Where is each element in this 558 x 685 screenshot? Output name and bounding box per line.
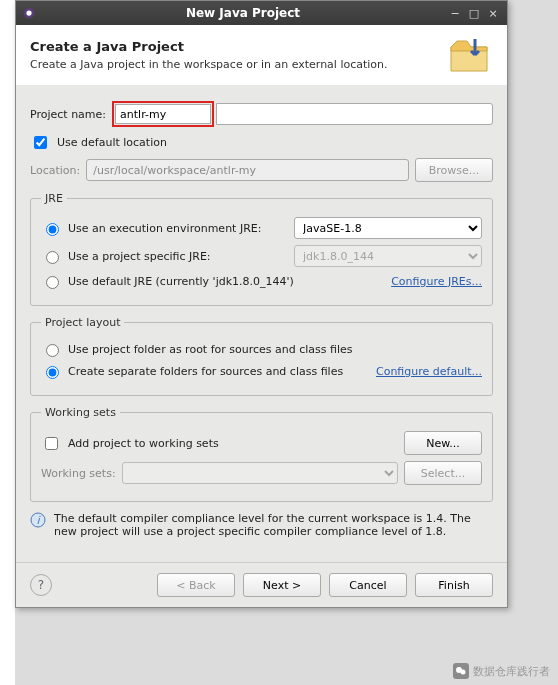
project-name-input-ext[interactable] — [216, 103, 493, 125]
project-name-input[interactable] — [115, 104, 211, 124]
svg-point-1 — [26, 10, 31, 15]
browse-button: Browse... — [415, 158, 493, 182]
titlebar[interactable]: New Java Project − □ × — [16, 1, 507, 25]
maximize-button[interactable]: □ — [466, 5, 482, 21]
window-title: New Java Project — [42, 6, 444, 20]
jre-group: JRE Use an execution environment JRE: Ja… — [30, 192, 493, 306]
jre-legend: JRE — [41, 192, 67, 205]
next-button[interactable]: Next > — [243, 573, 321, 597]
button-bar: ? < Back Next > Cancel Finish — [16, 562, 507, 607]
layout-legend: Project layout — [41, 316, 124, 329]
page-title: Create a Java Project — [30, 39, 388, 54]
jre-specific-radio[interactable] — [46, 251, 59, 264]
help-button[interactable]: ? — [30, 574, 52, 596]
jre-env-combo[interactable]: JavaSE-1.8 — [294, 217, 482, 239]
jre-env-label: Use an execution environment JRE: — [68, 222, 288, 235]
close-button[interactable]: × — [485, 5, 501, 21]
working-sets-combo — [122, 462, 398, 484]
cancel-button[interactable]: Cancel — [329, 573, 407, 597]
location-input — [86, 159, 409, 181]
project-name-label: Project name: — [30, 108, 106, 121]
svg-point-5 — [461, 670, 466, 675]
layout-sep-label: Create separate folders for sources and … — [68, 365, 370, 378]
watermark: 数据仓库践行者 — [453, 663, 550, 679]
layout-group: Project layout Use project folder as roo… — [30, 316, 493, 396]
layout-sep-radio[interactable] — [46, 366, 59, 379]
jre-env-radio[interactable] — [46, 223, 59, 236]
minimize-button[interactable]: − — [447, 5, 463, 21]
select-working-set-button: Select... — [404, 461, 482, 485]
jre-specific-combo: jdk1.8.0_144 — [294, 245, 482, 267]
working-sets-group: Working sets Add project to working sets… — [30, 406, 493, 502]
page-subtitle: Create a Java project in the workspace o… — [30, 58, 388, 71]
use-default-location-checkbox[interactable] — [34, 136, 47, 149]
highlight-box — [112, 101, 214, 127]
add-working-sets-checkbox[interactable] — [45, 437, 58, 450]
info-text: The default compiler compliance level fo… — [54, 512, 493, 538]
folder-java-icon — [449, 35, 493, 75]
location-label: Location: — [30, 164, 80, 177]
configure-default-link[interactable]: Configure default... — [376, 365, 482, 378]
jre-specific-label: Use a project specific JRE: — [68, 250, 288, 263]
layout-root-label: Use project folder as root for sources a… — [68, 343, 482, 356]
wechat-icon — [453, 663, 469, 679]
info-icon: i — [30, 512, 46, 528]
new-working-set-button[interactable]: New... — [404, 431, 482, 455]
jre-default-radio[interactable] — [46, 276, 59, 289]
configure-jres-link[interactable]: Configure JREs... — [391, 275, 482, 288]
app-icon — [22, 6, 36, 20]
use-default-location-label: Use default location — [57, 136, 167, 149]
wizard-header: Create a Java Project Create a Java proj… — [16, 25, 507, 85]
add-working-sets-label: Add project to working sets — [68, 437, 398, 450]
dialog-window: New Java Project − □ × Create a Java Pro… — [15, 0, 508, 608]
jre-default-label: Use default JRE (currently 'jdk1.8.0_144… — [68, 275, 385, 288]
finish-button[interactable]: Finish — [415, 573, 493, 597]
working-sets-legend: Working sets — [41, 406, 120, 419]
layout-root-radio[interactable] — [46, 344, 59, 357]
working-sets-label: Working sets: — [41, 467, 116, 480]
watermark-text: 数据仓库践行者 — [473, 664, 550, 679]
back-button: < Back — [157, 573, 235, 597]
